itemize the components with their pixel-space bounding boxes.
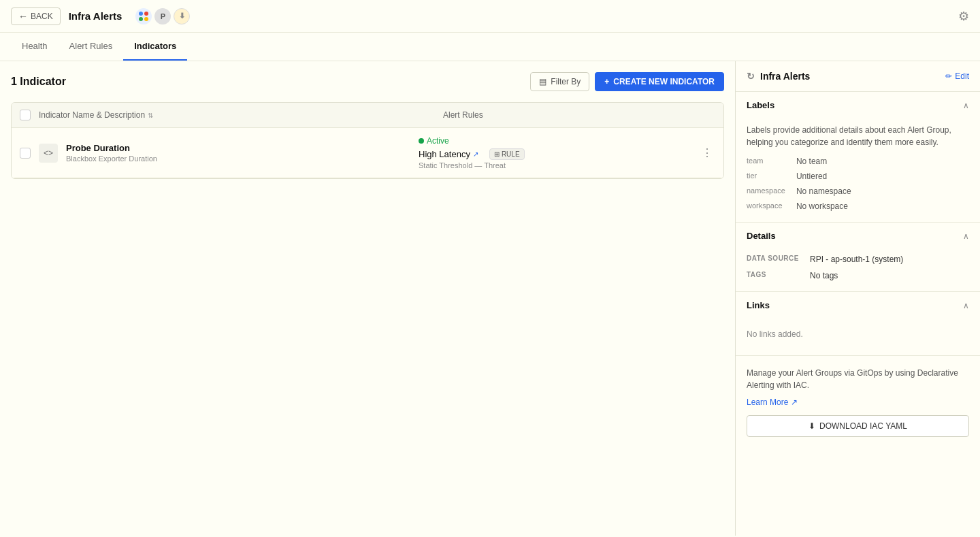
row-actions: ⋮: [699, 145, 715, 161]
row-rules-section: Active High Latency ↗ ⊞ RULE Static Thre…: [419, 136, 691, 169]
detail-val-datasource: RPI - ap-south-1 (system): [810, 255, 969, 264]
svg-point-0: [139, 12, 143, 16]
label-val-team: No team: [796, 157, 969, 166]
table-row: <> Probe Duration Blackbox Exporter Dura…: [12, 128, 723, 178]
select-all-checkbox[interactable]: [20, 110, 31, 120]
learn-more-link[interactable]: Learn More ↗: [747, 397, 798, 407]
iac-section: Manage your Alert Groups via GitOps by u…: [736, 356, 980, 448]
labels-section-content: Labels provide additional details about …: [736, 118, 980, 222]
links-section-title: Links: [747, 300, 770, 310]
rule-link-icon[interactable]: ↗: [473, 150, 478, 158]
label-key-tier: tier: [747, 172, 785, 180]
detail-key-tags: TAGS: [747, 271, 799, 278]
links-section-header[interactable]: Links ∧: [736, 292, 980, 319]
label-key-team: team: [747, 157, 785, 165]
labels-grid: team No team tier Untiered namespace No …: [747, 157, 969, 211]
settings-icon[interactable]: ⚙: [958, 9, 969, 24]
col-header-name: Indicator Name & Description ⇅: [39, 110, 435, 120]
labels-section-header[interactable]: Labels ∧: [736, 92, 980, 118]
details-grid: DATA SOURCE RPI - ap-south-1 (system) TA…: [747, 255, 969, 280]
labels-section: Labels ∧ Labels provide additional detai…: [736, 92, 980, 223]
right-panel: ↻ Infra Alerts ✏ Edit Labels ∧ Labels pr…: [735, 61, 980, 536]
label-key-workspace: workspace: [747, 201, 785, 210]
svg-point-2: [139, 17, 143, 21]
detail-key-datasource: DATA SOURCE: [747, 255, 799, 262]
toolbar: 1 Indicator ▤ Filter By + CREATE NEW IND…: [11, 72, 724, 91]
row-checkbox[interactable]: [20, 148, 31, 159]
row-name-section: Probe Duration Blackbox Exporter Duratio…: [66, 143, 410, 163]
app-header: ← BACK Infra Alerts P ⬇ ⚙: [0, 0, 980, 33]
indicator-count: 1 Indicator: [11, 76, 66, 88]
indicator-description: Blackbox Exporter Duration: [66, 154, 410, 163]
links-chevron-icon: ∧: [963, 301, 969, 310]
status-label: Active: [427, 136, 449, 146]
avatar-p[interactable]: P: [154, 8, 171, 25]
svg-point-1: [144, 12, 148, 16]
filter-icon: ▤: [539, 77, 546, 86]
label-val-workspace: No workspace: [796, 201, 969, 211]
links-section: Links ∧ No links added.: [736, 292, 980, 356]
create-label: CREATE NEW INDICATOR: [613, 77, 715, 86]
edit-button[interactable]: ✏ Edit: [945, 71, 969, 81]
rule-name-label: High Latency: [419, 149, 470, 159]
details-section-content: DATA SOURCE RPI - ap-south-1 (system) TA…: [736, 249, 980, 291]
labels-description: Labels provide additional details about …: [747, 124, 969, 148]
plus-icon: +: [604, 77, 609, 86]
tab-indicators[interactable]: Indicators: [123, 33, 187, 61]
toolbar-actions: ▤ Filter By + CREATE NEW INDICATOR: [530, 72, 724, 91]
indicators-table: Indicator Name & Description ⇅ Alert Rul…: [11, 102, 724, 179]
tab-health[interactable]: Health: [11, 33, 59, 61]
status-badge: Active: [419, 136, 691, 146]
avatar-color[interactable]: [135, 8, 152, 25]
app-title: Infra Alerts: [69, 10, 122, 22]
detail-val-tags: No tags: [810, 271, 969, 280]
download-iac-button[interactable]: ⬇ DOWNLOAD IAC YAML: [747, 415, 969, 437]
indicators-content: 1 Indicator ▤ Filter By + CREATE NEW IND…: [0, 61, 735, 536]
tab-alert-rules[interactable]: Alert Rules: [59, 33, 124, 61]
avatar-group: P ⬇: [135, 8, 190, 25]
table-header: Indicator Name & Description ⇅ Alert Rul…: [12, 103, 723, 128]
edit-label: Edit: [955, 71, 969, 81]
label-key-namespace: namespace: [747, 186, 785, 195]
labels-chevron-icon: ∧: [963, 101, 969, 110]
rule-name: High Latency ↗: [419, 149, 478, 159]
refresh-icon: ↻: [747, 71, 755, 82]
links-section-content: No links added.: [736, 319, 980, 355]
no-links-text: No links added.: [747, 324, 969, 344]
svg-point-3: [144, 17, 148, 21]
indicator-name: Probe Duration: [66, 143, 410, 153]
rule-description: Static Threshold — Threat: [419, 161, 691, 169]
panel-header: ↻ Infra Alerts ✏ Edit: [736, 61, 980, 92]
download-icon: ⬇: [808, 421, 815, 431]
details-section: Details ∧ DATA SOURCE RPI - ap-south-1 (…: [736, 223, 980, 292]
edit-pencil-icon: ✏: [945, 71, 952, 81]
label-val-tier: Untiered: [796, 172, 969, 181]
panel-title-group: ↻ Infra Alerts: [747, 71, 810, 82]
avatar-down[interactable]: ⬇: [174, 8, 190, 25]
labels-section-title: Labels: [747, 100, 774, 110]
status-dot-icon: [419, 138, 424, 144]
details-section-title: Details: [747, 231, 776, 241]
sort-icon: ⇅: [148, 112, 153, 119]
label-val-namespace: No namespace: [796, 186, 969, 196]
back-arrow-icon: ←: [18, 11, 28, 22]
col-name-label: Indicator Name & Description: [39, 110, 145, 120]
filter-label: Filter By: [551, 77, 581, 86]
iac-description: Manage your Alert Groups via GitOps by u…: [747, 367, 969, 391]
back-button[interactable]: ← BACK: [11, 7, 61, 25]
details-chevron-icon: ∧: [963, 231, 969, 241]
main-layout: 1 Indicator ▤ Filter By + CREATE NEW IND…: [0, 61, 980, 536]
rule-badge: ⊞ RULE: [489, 148, 525, 160]
panel-title: Infra Alerts: [760, 71, 810, 82]
row-menu-button[interactable]: ⋮: [699, 145, 715, 161]
code-icon: <>: [39, 144, 58, 163]
tabs-bar: Health Alert Rules Indicators: [0, 33, 980, 61]
filter-button[interactable]: ▤ Filter By: [530, 72, 589, 91]
rule-badge-icon: ⊞: [494, 150, 500, 158]
rule-badge-label: RULE: [502, 150, 520, 158]
create-indicator-button[interactable]: + CREATE NEW INDICATOR: [595, 72, 724, 91]
col-header-rules: Alert Rules: [443, 110, 715, 120]
back-label: BACK: [31, 12, 53, 21]
download-label: DOWNLOAD IAC YAML: [819, 421, 907, 431]
details-section-header[interactable]: Details ∧: [736, 223, 980, 249]
